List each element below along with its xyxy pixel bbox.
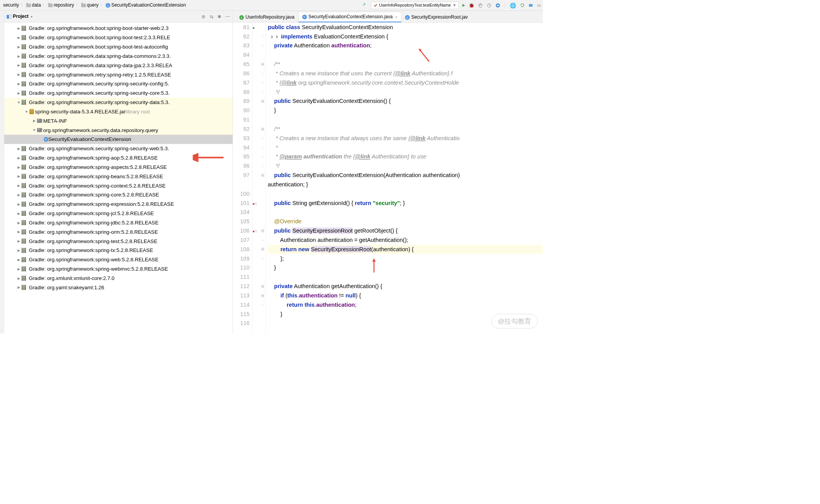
editor-tab[interactable]: CSecurityEvaluationContextExtension.java… <box>298 12 401 22</box>
crumb-query[interactable]: query <box>80 2 100 9</box>
debug-icon[interactable]: 🐞 <box>469 2 474 8</box>
fold-toggle[interactable] <box>260 198 266 208</box>
expand-icon[interactable]: ⇆ <box>210 14 214 19</box>
fold-toggle[interactable]: ⊖ <box>260 171 266 180</box>
fold-toggle[interactable] <box>260 208 266 217</box>
update-icon[interactable] <box>520 3 525 8</box>
tree-row[interactable]: Gradle: org.springframework.security:spr… <box>4 89 233 98</box>
fold-toggle[interactable]: › <box>260 41 266 50</box>
tree-arrow-icon[interactable] <box>17 285 21 290</box>
settings-icon[interactable]: ✱ <box>217 14 221 19</box>
tree-row[interactable]: META-INF <box>4 116 233 125</box>
tree-row[interactable]: Gradle: org.springframework:spring-expre… <box>4 200 233 209</box>
crumb-security[interactable]: security <box>2 2 20 9</box>
fold-toggle[interactable]: › <box>260 78 266 87</box>
git-icon[interactable]: 🌐 <box>510 2 516 9</box>
tree-row[interactable]: org.springframework.security.data.reposi… <box>4 125 233 135</box>
crumb-repository[interactable]: repository <box>47 2 75 9</box>
tree-row[interactable]: Gradle: org.springframework.security:spr… <box>4 144 233 153</box>
tree-arrow-icon[interactable] <box>17 276 21 280</box>
tree-row[interactable]: Gradle: org.springframework:spring-aop:5… <box>4 153 233 163</box>
tree-row[interactable]: Gradle: org.springframework:spring-web:5… <box>4 255 233 264</box>
project-panel-title[interactable]: Project ▼ <box>7 14 33 19</box>
tree-row[interactable]: Gradle: org.springframework:spring-beans… <box>4 172 233 181</box>
tree-row[interactable]: Gradle: org.springframework.retry:spring… <box>4 70 233 79</box>
tree-row[interactable]: Gradle: org.springframework:spring-jdbc:… <box>4 218 233 227</box>
tree-row[interactable]: Gradle: org.springframework:spring-jcl:5… <box>4 209 233 218</box>
tree-arrow-icon[interactable] <box>17 230 21 234</box>
tree-row[interactable]: Gradle: org.springframework:spring-aspec… <box>4 162 233 172</box>
fold-toggle[interactable] <box>260 115 266 125</box>
fold-toggle[interactable]: ⊖ <box>260 97 266 106</box>
fold-toggle[interactable]: ⊖ <box>260 245 266 254</box>
tree-arrow-icon[interactable] <box>17 184 21 188</box>
fold-toggle[interactable] <box>260 50 266 60</box>
fold-toggle[interactable]: › <box>260 134 266 143</box>
fold-toggle[interactable]: › <box>260 87 266 97</box>
tree-arrow-icon[interactable] <box>17 211 21 216</box>
build-icon[interactable] <box>362 3 367 8</box>
tree-row[interactable]: Gradle: org.springframework:spring-conte… <box>4 181 233 190</box>
fold-toggle[interactable]: ⊖ <box>260 60 266 69</box>
profile-icon[interactable] <box>486 3 492 8</box>
tree-arrow-icon[interactable] <box>17 35 21 40</box>
fold-toggle[interactable]: ⊖ <box>260 282 266 291</box>
tree-row[interactable]: Gradle: org.yaml:snakeyaml:1.26 <box>4 283 233 292</box>
tree-row[interactable]: Gradle: org.springframework.data:spring-… <box>4 61 233 70</box>
fold-toggle[interactable] <box>260 180 266 189</box>
tree-arrow-icon[interactable] <box>32 119 36 123</box>
tree-row[interactable]: Gradle: org.xmlunit:xmlunit-core:2.7.0 <box>4 273 233 283</box>
tree-arrow-icon[interactable] <box>17 146 21 151</box>
coverage-icon[interactable] <box>478 3 483 8</box>
tree-row[interactable]: Gradle: org.springframework.security:spr… <box>4 98 233 107</box>
tree-arrow-icon[interactable] <box>17 239 21 243</box>
tree-row[interactable]: Gradle: org.springframework.boot:spring-… <box>4 24 233 33</box>
fold-toggle[interactable]: › <box>260 254 266 263</box>
fold-toggle[interactable] <box>260 273 266 282</box>
tree-row[interactable]: Gradle: org.springframework:spring-core:… <box>4 190 233 200</box>
fold-toggle[interactable]: › <box>260 69 266 78</box>
tree-arrow-icon[interactable] <box>17 26 21 31</box>
tree-arrow-icon[interactable] <box>17 156 21 160</box>
fold-toggle[interactable]: › <box>260 32 266 41</box>
fold-toggle[interactable] <box>260 189 266 198</box>
fold-toggle[interactable] <box>260 309 266 319</box>
commit-icon[interactable] <box>528 3 533 8</box>
tree-row[interactable]: Gradle: org.springframework:spring-test:… <box>4 236 233 246</box>
tree-arrow-icon[interactable] <box>17 54 21 58</box>
tree-row[interactable]: Gradle: org.springframework.security:spr… <box>4 79 233 89</box>
tree-arrow-icon[interactable] <box>17 63 21 68</box>
tree-row[interactable]: Gradle: org.springframework.data:spring-… <box>4 51 233 61</box>
tree-row[interactable]: Gradle: org.springframework.boot:spring-… <box>4 42 233 52</box>
fold-toggle[interactable]: ⊖ <box>260 226 266 236</box>
tree-arrow-icon[interactable] <box>17 267 21 271</box>
tree-arrow-icon[interactable] <box>17 193 21 197</box>
fold-toggle[interactable] <box>260 319 266 328</box>
tree-arrow-icon[interactable] <box>25 109 28 114</box>
code-content[interactable]: public class SecurityEvaluationContextEx… <box>266 23 543 334</box>
crumb-data[interactable]: data <box>25 2 42 9</box>
run-icon[interactable] <box>462 4 465 7</box>
tree-arrow-icon[interactable] <box>17 82 21 86</box>
fold-toggle[interactable]: › <box>260 300 266 309</box>
hide-icon[interactable]: — <box>226 14 230 19</box>
fold-toggle[interactable]: ⊖ <box>260 124 266 134</box>
editor-tab[interactable]: CSecurityExpressionRoot.jav <box>401 12 471 23</box>
fold-toggle[interactable]: › <box>260 235 266 245</box>
fold-toggle[interactable] <box>260 263 266 273</box>
fold-toggle[interactable]: › <box>260 152 266 162</box>
tree-arrow-icon[interactable] <box>17 174 21 179</box>
project-tree[interactable]: Gradle: org.springframework.boot:spring-… <box>4 23 233 334</box>
fold-toggle[interactable]: ⊖ <box>260 291 266 300</box>
tree-arrow-icon[interactable] <box>17 202 21 206</box>
tree-row[interactable]: Gradle: org.springframework:spring-webmv… <box>4 264 233 274</box>
editor-tab[interactable]: IUserInfoRepository.java <box>235 12 298 23</box>
tree-row[interactable]: Gradle: org.springframework:spring-tx:5.… <box>4 246 233 255</box>
crumb-class[interactable]: CSecurityEvaluationContextExtension <box>105 2 187 9</box>
fold-toggle[interactable]: › <box>260 143 266 152</box>
tree-arrow-icon[interactable] <box>17 248 21 252</box>
tree-arrow-icon[interactable] <box>32 128 36 132</box>
fold-toggle[interactable]: › <box>260 162 266 171</box>
fold-toggle[interactable] <box>260 106 266 115</box>
tree-row[interactable]: spring-security-data-5.3.4.RELEASE.jar l… <box>4 107 233 116</box>
